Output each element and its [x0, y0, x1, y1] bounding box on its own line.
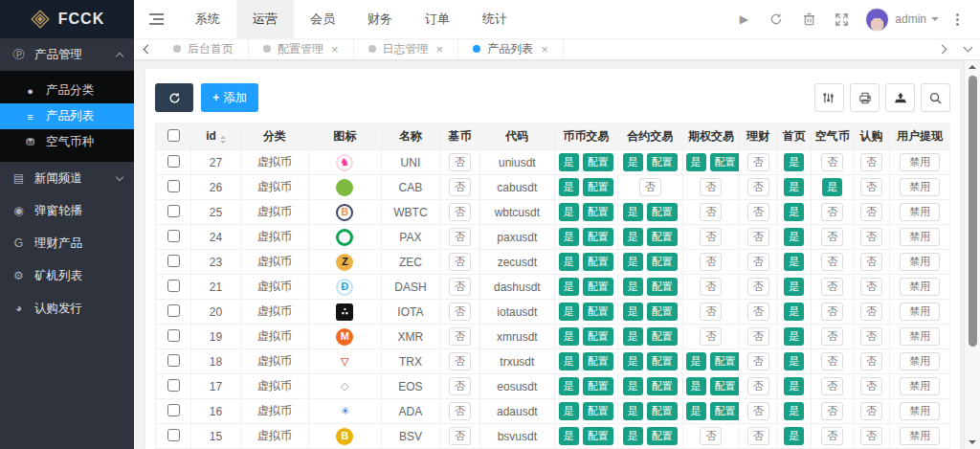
- toggle-yes-button[interactable]: 是: [623, 352, 643, 370]
- nav-item-1[interactable]: 运营: [236, 0, 294, 38]
- columns-toggle-button[interactable]: [814, 83, 844, 112]
- toggle-no-button[interactable]: 否: [860, 278, 882, 296]
- toggle-yes-button[interactable]: 是: [784, 327, 804, 346]
- toggle-no-button[interactable]: 否: [747, 352, 769, 370]
- toggle-yes-button[interactable]: 是: [784, 377, 804, 395]
- configure-button[interactable]: 配置: [710, 402, 740, 420]
- toggle-yes-button[interactable]: 是: [822, 178, 842, 196]
- toggle-yes-button[interactable]: 是: [559, 402, 579, 420]
- sort-icon[interactable]: [220, 136, 226, 144]
- row-checkbox[interactable]: [167, 280, 180, 292]
- withdraw-disabled-button[interactable]: 禁用: [900, 253, 940, 271]
- configure-button[interactable]: 配置: [647, 153, 678, 171]
- toggle-no-button[interactable]: 否: [449, 427, 471, 445]
- toggle-no-button[interactable]: 否: [747, 178, 769, 196]
- tab-3[interactable]: 产品列表×: [458, 38, 564, 59]
- toggle-no-button[interactable]: 否: [821, 303, 843, 321]
- sidebar-collapse-icon[interactable]: [134, 0, 179, 38]
- refresh-table-button[interactable]: [155, 83, 193, 112]
- configure-button[interactable]: 配置: [647, 228, 678, 246]
- toggle-no-button[interactable]: 否: [449, 203, 471, 221]
- toggle-no-button[interactable]: 否: [449, 228, 471, 246]
- toggle-no-button[interactable]: 否: [821, 327, 843, 346]
- toggle-no-button[interactable]: 否: [860, 352, 882, 370]
- toggle-no-button[interactable]: 否: [639, 178, 661, 196]
- toggle-yes-button[interactable]: 是: [784, 178, 804, 196]
- run-icon[interactable]: ▶: [727, 0, 760, 38]
- toggle-no-button[interactable]: 否: [821, 278, 843, 296]
- toggle-no-button[interactable]: 否: [860, 402, 882, 420]
- configure-button[interactable]: 配置: [583, 303, 613, 321]
- toggle-yes-button[interactable]: 是: [623, 327, 643, 346]
- configure-button[interactable]: 配置: [583, 377, 613, 395]
- col-id[interactable]: id: [191, 123, 241, 150]
- toggle-yes-button[interactable]: 是: [559, 278, 579, 296]
- toggle-no-button[interactable]: 否: [747, 402, 769, 420]
- fullscreen-icon[interactable]: [825, 0, 858, 38]
- nav-item-0[interactable]: 系统: [179, 0, 236, 38]
- toggle-yes-button[interactable]: 是: [559, 303, 579, 321]
- scroll-down-icon[interactable]: [969, 440, 976, 444]
- toggle-no-button[interactable]: 否: [700, 303, 722, 321]
- add-product-button[interactable]: + 添加: [201, 83, 258, 112]
- row-checkbox[interactable]: [167, 404, 180, 416]
- row-checkbox[interactable]: [167, 329, 180, 342]
- tabs-scroll-left-icon[interactable]: [134, 38, 159, 59]
- toggle-no-button[interactable]: 否: [860, 153, 882, 171]
- configure-button[interactable]: 配置: [710, 153, 740, 171]
- toggle-no-button[interactable]: 否: [747, 303, 769, 321]
- configure-button[interactable]: 配置: [710, 352, 740, 370]
- toggle-no-button[interactable]: 否: [821, 253, 843, 271]
- scrollbar-thumb[interactable]: [969, 76, 977, 347]
- configure-button[interactable]: 配置: [647, 377, 678, 395]
- withdraw-disabled-button[interactable]: 禁用: [900, 228, 940, 246]
- user-avatar[interactable]: [865, 8, 889, 32]
- sidebar-subitem-1[interactable]: ≡产品列表: [0, 103, 134, 129]
- toggle-yes-button[interactable]: 是: [784, 153, 804, 171]
- row-checkbox[interactable]: [167, 205, 180, 217]
- nav-item-3[interactable]: 财务: [351, 0, 409, 38]
- configure-button[interactable]: 配置: [583, 352, 613, 370]
- toggle-no-button[interactable]: 否: [747, 377, 769, 395]
- toggle-yes-button[interactable]: 是: [623, 303, 643, 321]
- withdraw-disabled-button[interactable]: 禁用: [900, 427, 940, 445]
- configure-button[interactable]: 配置: [583, 427, 613, 445]
- sidebar-subitem-2[interactable]: ⛃空气币种: [0, 129, 134, 155]
- toggle-yes-button[interactable]: 是: [623, 427, 643, 445]
- configure-button[interactable]: 配置: [583, 203, 613, 221]
- more-options-icon[interactable]: [945, 13, 970, 26]
- export-button[interactable]: [885, 83, 915, 112]
- row-checkbox[interactable]: [167, 379, 180, 392]
- toggle-yes-button[interactable]: 是: [559, 377, 579, 395]
- sidebar-item-3[interactable]: G理财产品: [0, 227, 134, 259]
- withdraw-disabled-button[interactable]: 禁用: [900, 402, 940, 420]
- toggle-no-button[interactable]: 否: [860, 203, 882, 221]
- toggle-no-button[interactable]: 否: [860, 377, 882, 395]
- toggle-no-button[interactable]: 否: [821, 153, 843, 171]
- user-menu-caret-icon[interactable]: [931, 17, 939, 25]
- username-label[interactable]: admin: [895, 12, 926, 26]
- configure-button[interactable]: 配置: [710, 377, 740, 395]
- toggle-no-button[interactable]: 否: [860, 253, 882, 271]
- toggle-yes-button[interactable]: 是: [686, 352, 706, 370]
- toggle-no-button[interactable]: 否: [860, 303, 882, 321]
- toggle-yes-button[interactable]: 是: [559, 203, 579, 221]
- toggle-no-button[interactable]: 否: [860, 178, 882, 196]
- toggle-yes-button[interactable]: 是: [623, 253, 643, 271]
- toggle-yes-button[interactable]: 是: [686, 402, 706, 420]
- sidebar-item-4[interactable]: ⚙矿机列表: [0, 259, 134, 292]
- toggle-no-button[interactable]: 否: [449, 352, 471, 370]
- toggle-yes-button[interactable]: 是: [559, 427, 579, 445]
- row-checkbox[interactable]: [167, 230, 180, 242]
- toggle-yes-button[interactable]: 是: [559, 153, 579, 171]
- toggle-yes-button[interactable]: 是: [784, 352, 804, 370]
- toggle-no-button[interactable]: 否: [821, 377, 843, 395]
- configure-button[interactable]: 配置: [583, 228, 613, 246]
- withdraw-disabled-button[interactable]: 禁用: [900, 377, 940, 395]
- toggle-no-button[interactable]: 否: [747, 228, 769, 246]
- row-checkbox[interactable]: [167, 155, 180, 168]
- toggle-no-button[interactable]: 否: [747, 327, 769, 346]
- configure-button[interactable]: 配置: [583, 327, 613, 346]
- sidebar-item-2[interactable]: ◉弹窗轮播: [0, 194, 134, 227]
- withdraw-disabled-button[interactable]: 禁用: [900, 327, 940, 346]
